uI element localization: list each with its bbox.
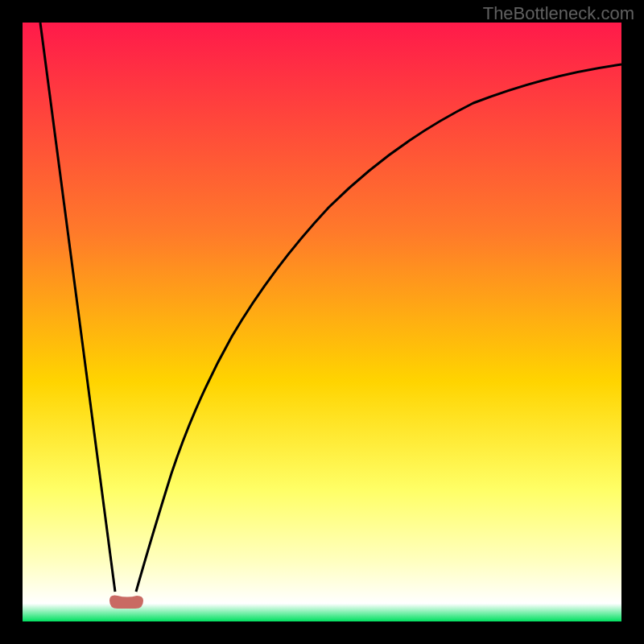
chart-svg <box>23 23 621 621</box>
chart-area <box>23 23 621 621</box>
watermark-text: TheBottleneck.com <box>483 3 634 24</box>
gradient-background <box>23 23 621 621</box>
bottom-blob <box>109 596 143 609</box>
